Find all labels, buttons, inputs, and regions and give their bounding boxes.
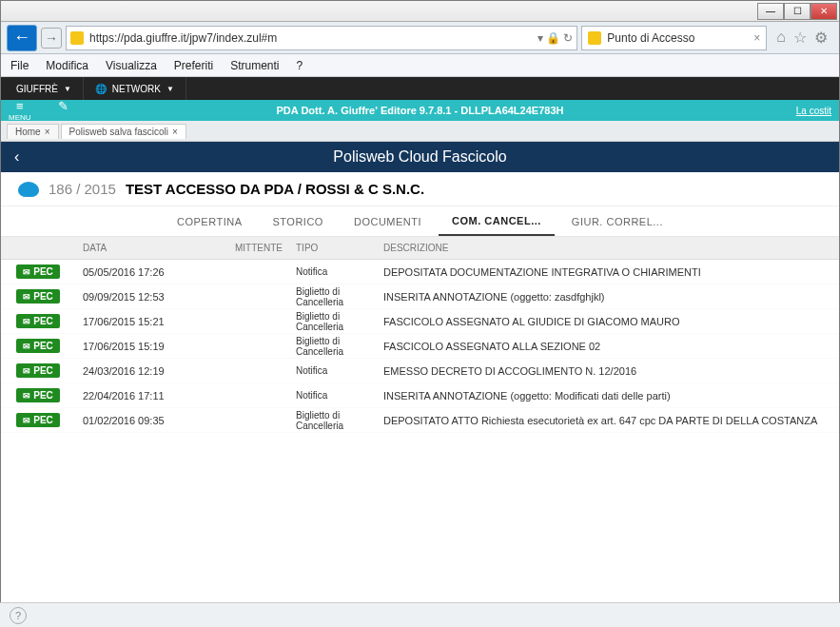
col-header-descrizione: DESCRIZIONE — [383, 243, 839, 253]
cloud-icon — [18, 182, 39, 197]
menu-visualizza[interactable]: Visualizza — [106, 59, 157, 72]
pec-badge[interactable]: ✉PEC — [16, 339, 60, 353]
table-row[interactable]: ✉PEC22/04/2016 17:11NotificaINSERITA ANN… — [1, 383, 839, 408]
help-button[interactable]: ? — [10, 607, 27, 624]
pec-badge[interactable]: ✉PEC — [16, 388, 60, 402]
envelope-icon: ✉ — [23, 317, 30, 326]
topnav-network-label: NETWORK — [112, 84, 161, 94]
hamburger-icon: ≡ — [16, 100, 24, 112]
cell-tipo: Biglietto di Cancelleria — [296, 311, 383, 332]
tab-title: Punto di Accesso — [607, 31, 694, 45]
window-close-button[interactable]: ✕ — [811, 3, 837, 20]
cell-descrizione: INSERITA ANNOTAZIONE (oggetto: Modificat… — [383, 390, 839, 402]
topnav-giuffre[interactable]: GIUFFRÈ ▼ — [5, 77, 84, 100]
table-row[interactable]: ✉PEC05/05/2016 17:26NotificaDEPOSITATA D… — [1, 260, 839, 284]
dropdown-icon[interactable]: ▾ — [537, 31, 543, 45]
cell-data: 05/05/2016 17:26 — [83, 266, 235, 278]
nav-forward-button[interactable]: → — [41, 28, 62, 49]
nav-back-button[interactable]: ← — [7, 25, 37, 51]
menu-button[interactable]: ≡ MENU — [9, 100, 31, 122]
pec-label: PEC — [33, 266, 53, 277]
arrow-right-icon: → — [45, 30, 58, 46]
cell-tipo: Biglietto di Cancelleria — [296, 336, 383, 357]
site-favicon-icon — [70, 31, 84, 45]
envelope-icon: ✉ — [23, 342, 30, 351]
pec-badge[interactable]: ✉PEC — [16, 413, 60, 427]
cell-descrizione: FASCICOLO ASSEGNATO AL GIUDICE DI GIACOM… — [383, 316, 839, 327]
tab-com-cancel[interactable]: COM. CANCEL... — [439, 207, 555, 236]
window-maximize-button[interactable]: ☐ — [784, 3, 811, 20]
envelope-icon: ✉ — [23, 292, 30, 302]
tab-giur-correl[interactable]: GIUR. CORREL... — [558, 208, 676, 235]
subtab-label: Polisweb salva fascicoli — [69, 127, 169, 137]
table-row[interactable]: ✉PEC17/06/2015 15:21Biglietto di Cancell… — [1, 309, 839, 334]
envelope-icon: ✉ — [23, 366, 30, 376]
subtab-polisweb[interactable]: Polisweb salva fascicoli × — [61, 124, 186, 139]
topnav-network[interactable]: 🌐 NETWORK ▼ — [84, 77, 186, 100]
table-row[interactable]: ✉PEC09/09/2015 12:53Biglietto di Cancell… — [1, 284, 839, 309]
menu-strumenti[interactable]: Strumenti — [230, 59, 279, 72]
browser-navbar: ← → https://pda.giuffre.it/jpw7/index.zu… — [1, 22, 839, 54]
table-row[interactable]: ✉PEC01/02/2016 09:35Biglietto di Cancell… — [1, 408, 839, 433]
app-statusbar: ≡ MENU ✎ PDA Dott. A. Giuffre' Editore 9… — [1, 100, 839, 121]
arrow-left-icon: ← — [13, 28, 30, 48]
favorites-icon[interactable]: ☆ — [793, 29, 807, 47]
cell-tipo: Notifica — [296, 266, 383, 277]
col-header-data: DATA — [83, 243, 235, 253]
cell-descrizione: INSERITA ANNOTAZIONE (oggetto: zasdfghjk… — [383, 291, 839, 303]
close-icon[interactable]: × — [172, 127, 178, 137]
tab-storico[interactable]: STORICO — [260, 208, 337, 235]
envelope-icon: ✉ — [23, 267, 30, 277]
pec-label: PEC — [33, 415, 53, 425]
menu-modifica[interactable]: Modifica — [46, 59, 88, 72]
menu-preferiti[interactable]: Preferiti — [174, 59, 213, 72]
back-chevron-icon[interactable]: ‹ — [14, 148, 19, 166]
cell-tipo: Notifica — [296, 390, 383, 401]
home-icon[interactable]: ⌂ — [776, 29, 786, 47]
subtab-bar: Home × Polisweb salva fascicoli × — [1, 121, 839, 142]
globe-icon: 🌐 — [95, 84, 107, 94]
pec-badge[interactable]: ✉PEC — [16, 265, 60, 279]
cell-descrizione: DEPOSITATA DOCUMENTAZIONE INTEGRATIVA O … — [383, 266, 839, 278]
pec-badge[interactable]: ✉PEC — [16, 289, 60, 304]
cell-tipo: Biglietto di Cancelleria — [296, 286, 383, 307]
table-row[interactable]: ✉PEC17/06/2015 15:19Biglietto di Cancell… — [1, 334, 839, 359]
browser-tab[interactable]: Punto di Accesso × — [581, 26, 767, 50]
envelope-icon: ✉ — [23, 416, 30, 425]
refresh-icon[interactable]: ↻ — [563, 31, 573, 45]
pencil-icon: ✎ — [58, 100, 68, 112]
table-row[interactable]: ✉PEC24/03/2016 12:19NotificaEMESSO DECRE… — [1, 359, 839, 383]
cell-data: 09/09/2015 12:53 — [83, 291, 235, 303]
tab-copertina[interactable]: COPERTINA — [164, 208, 255, 235]
cell-data: 17/06/2015 15:21 — [83, 316, 235, 327]
costit-link[interactable]: La costit — [796, 106, 831, 116]
pec-badge[interactable]: ✉PEC — [16, 363, 60, 378]
cell-descrizione: DEPOSITATO ATTO Richiesta esecutorietà e… — [383, 415, 839, 426]
window-minimize-button[interactable]: — — [757, 3, 784, 20]
menu-help[interactable]: ? — [297, 59, 303, 72]
cell-data: 17/06/2015 15:19 — [83, 341, 235, 352]
app-status-text: PDA Dott. A. Giuffre' Editore 9.7.8.1 - … — [1, 105, 839, 116]
tab-documenti[interactable]: DOCUMENTI — [341, 208, 435, 235]
tab-close-icon[interactable]: × — [753, 31, 760, 45]
envelope-icon: ✉ — [23, 391, 30, 401]
cell-tipo: Biglietto di Cancelleria — [296, 410, 383, 431]
menu-file[interactable]: File — [10, 59, 29, 72]
cell-data: 22/04/2016 17:11 — [83, 390, 235, 402]
lock-icon[interactable]: 🔒 — [546, 31, 560, 45]
address-bar[interactable]: https://pda.giuffre.it/jpw7/index.zul#m … — [66, 26, 577, 50]
cell-data: 01/02/2016 09:35 — [83, 415, 235, 426]
pec-label: PEC — [33, 341, 53, 351]
settings-gear-icon[interactable]: ⚙ — [814, 29, 828, 47]
subtab-home[interactable]: Home × — [7, 124, 59, 139]
pec-label: PEC — [33, 291, 53, 302]
close-icon[interactable]: × — [45, 127, 50, 137]
edit-button[interactable]: ✎ — [58, 100, 68, 122]
topnav-giuffre-label: GIUFFRÈ — [16, 84, 58, 94]
chevron-down-icon: ▼ — [166, 85, 174, 93]
cell-tipo: Notifica — [296, 365, 383, 376]
pec-label: PEC — [33, 390, 53, 401]
pec-badge[interactable]: ✉PEC — [16, 314, 60, 328]
cell-descrizione: EMESSO DECRETO DI ACCOGLIMENTO N. 12/201… — [383, 365, 839, 377]
browser-menubar: File Modifica Visualizza Preferiti Strum… — [1, 54, 839, 77]
